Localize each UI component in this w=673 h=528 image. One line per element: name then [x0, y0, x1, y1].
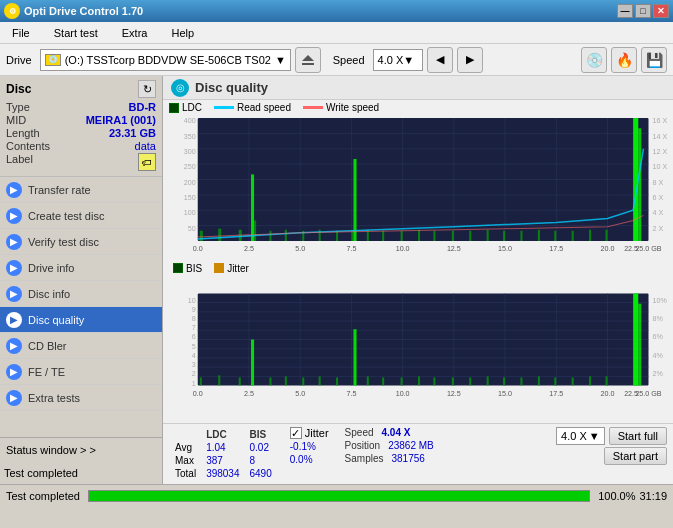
read-speed-legend-label: Read speed	[237, 102, 291, 113]
speed-select[interactable]: 4.0 X ▼	[373, 49, 423, 71]
sidebar-item-verify-test-disc[interactable]: ▶ Verify test disc	[0, 229, 162, 255]
jitter-label: Jitter	[305, 427, 329, 439]
sidebar-item-drive-info[interactable]: ▶ Drive info	[0, 255, 162, 281]
sidebar-item-extra-tests[interactable]: ▶ Extra tests	[0, 385, 162, 411]
samples-row: Samples 381756	[345, 453, 434, 464]
sidebar-item-disc-info[interactable]: ▶ Disc info	[0, 281, 162, 307]
status-window-button[interactable]: Status window > >	[0, 438, 162, 462]
svg-rect-22	[254, 221, 256, 241]
disc-length-val: 23.31 GB	[109, 127, 156, 139]
svg-rect-117	[633, 293, 638, 385]
ldc-legend-color	[169, 103, 179, 113]
bottom-time: 31:19	[639, 490, 667, 502]
svg-rect-34	[433, 231, 435, 241]
svg-rect-109	[487, 376, 489, 385]
drive-select[interactable]: 💿 (O:) TSSTcorp BDDVDW SE-506CB TS02 ▼	[40, 49, 291, 71]
sidebar-item-cd-bler[interactable]: ▶ CD Bler	[0, 333, 162, 359]
sidebar-item-fe-te[interactable]: ▶ FE / TE	[0, 359, 162, 385]
svg-rect-110	[503, 377, 505, 385]
svg-rect-93	[218, 375, 220, 385]
max-bis: 8	[246, 455, 276, 466]
speed-dropdown[interactable]: 4.0 X ▼	[556, 427, 605, 445]
drive-dropdown-arrow[interactable]: ▼	[275, 54, 286, 66]
start-full-button[interactable]: Start full	[609, 427, 667, 445]
svg-marker-0	[302, 55, 314, 61]
svg-text:20.0: 20.0	[601, 245, 615, 253]
title-bar: ⚙ Opti Drive Control 1.70 — □ ✕	[0, 0, 673, 22]
svg-text:17.5: 17.5	[549, 389, 563, 397]
eject-button[interactable]	[295, 47, 321, 73]
speed-arrow-left[interactable]: ◀	[427, 47, 453, 73]
sidebar-item-disc-quality[interactable]: ▶ Disc quality	[0, 307, 162, 333]
svg-text:9: 9	[192, 305, 196, 313]
svg-rect-36	[469, 231, 471, 241]
svg-text:6: 6	[192, 333, 196, 341]
jitter-checkbox[interactable]: ✓	[290, 427, 302, 439]
svg-rect-108	[469, 377, 471, 385]
samples-label: Samples	[345, 453, 384, 464]
disc-quality-label: Disc quality	[28, 314, 84, 326]
svg-rect-102	[367, 376, 369, 385]
total-ldc: 398034	[202, 468, 243, 479]
menu-start-test[interactable]: Start test	[46, 25, 106, 41]
start-part-button[interactable]: Start part	[604, 447, 667, 465]
maximize-button[interactable]: □	[635, 4, 651, 18]
disc-mid-key: MID	[6, 114, 26, 126]
burn-button[interactable]: 🔥	[611, 47, 637, 73]
svg-text:17.5: 17.5	[549, 245, 563, 253]
speed-arrow-right[interactable]: ▶	[457, 47, 483, 73]
stats-area: LDC BIS Avg 1.04 0.02 Max 387 8 Total 39…	[163, 423, 673, 484]
speed-and-start-full: 4.0 X ▼ Start full	[556, 427, 667, 445]
sidebar-item-create-test-disc[interactable]: ▶ Create test disc	[0, 203, 162, 229]
svg-text:14 X: 14 X	[653, 133, 668, 141]
svg-rect-31	[382, 231, 384, 241]
verify-test-disc-icon: ▶	[6, 234, 22, 250]
avg-label: Avg	[171, 442, 200, 453]
minimize-button[interactable]: —	[617, 4, 633, 18]
svg-text:6 X: 6 X	[653, 194, 664, 202]
svg-text:2.5: 2.5	[244, 389, 254, 397]
svg-text:100: 100	[184, 209, 196, 217]
sidebar-item-transfer-rate[interactable]: ▶ Transfer rate	[0, 177, 162, 203]
svg-rect-29	[353, 159, 356, 241]
transfer-rate-label: Transfer rate	[28, 184, 91, 196]
menu-help[interactable]: Help	[163, 25, 202, 41]
svg-text:10 X: 10 X	[653, 163, 668, 171]
speed-dropdown-value: 4.0 X	[561, 430, 587, 442]
bis-legend-label: BIS	[186, 263, 202, 274]
close-button[interactable]: ✕	[653, 4, 669, 18]
create-test-disc-label: Create test disc	[28, 210, 104, 222]
svg-text:12.5: 12.5	[447, 245, 461, 253]
total-label: Total	[171, 468, 200, 479]
disc-quality-header-icon: ◎	[171, 79, 189, 97]
svg-text:12 X: 12 X	[653, 148, 668, 156]
svg-rect-44	[605, 230, 607, 241]
content-header: ◎ Disc quality	[163, 76, 673, 100]
svg-text:2: 2	[192, 370, 196, 378]
svg-rect-112	[538, 376, 540, 385]
disc-label-icon[interactable]: 🏷	[138, 153, 156, 171]
save-button[interactable]: 💾	[641, 47, 667, 73]
menu-file[interactable]: File	[4, 25, 38, 41]
avg-bis: 0.02	[246, 442, 276, 453]
jitter-avg-row: -0.1%	[290, 441, 329, 452]
svg-rect-43	[589, 230, 591, 241]
drive-info-label: Drive info	[28, 262, 74, 274]
disc-section-label: Disc	[6, 82, 31, 96]
svg-rect-105	[418, 376, 420, 385]
verify-test-disc-label: Verify test disc	[28, 236, 99, 248]
svg-rect-96	[269, 377, 271, 385]
disc-refresh-button[interactable]: ↻	[138, 80, 156, 98]
status-window-label: Status window > >	[6, 444, 96, 456]
disc-info-box: Disc ↻ Type BD-R MID MEIRA1 (001) Length…	[0, 76, 162, 177]
app-title: Opti Drive Control 1.70	[24, 5, 143, 17]
menu-extra[interactable]: Extra	[114, 25, 156, 41]
svg-rect-32	[401, 231, 403, 241]
svg-rect-46	[638, 128, 641, 241]
stats-col-empty	[171, 429, 200, 440]
content-title: Disc quality	[195, 80, 268, 95]
svg-text:5: 5	[192, 342, 196, 350]
svg-text:7.5: 7.5	[346, 245, 356, 253]
color-disc-button[interactable]: 💿	[581, 47, 607, 73]
create-test-disc-icon: ▶	[6, 208, 22, 224]
